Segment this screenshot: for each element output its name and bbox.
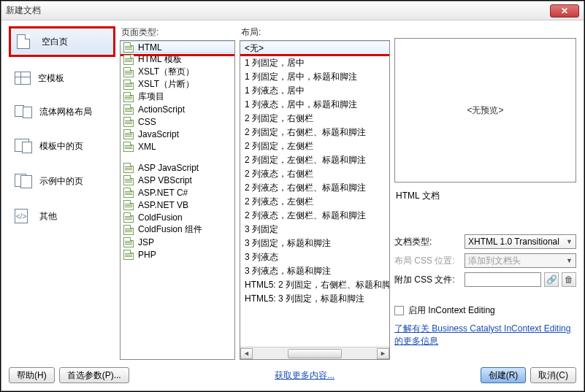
incontext-checkbox[interactable] bbox=[394, 306, 404, 315]
layout-item[interactable]: 2 列液态，右侧栏 bbox=[240, 167, 389, 181]
dialog-title: 新建文档 bbox=[6, 4, 41, 17]
sidebar-item-blank-template[interactable]: 空模板 bbox=[9, 66, 115, 91]
cancel-button[interactable]: 取消(C) bbox=[530, 367, 576, 383]
layout-item[interactable]: 1 列液态，居中 bbox=[240, 84, 389, 98]
layout-column: 布局: <无>1 列固定，居中1 列固定，居中，标题和脚注1 列液态，居中1 列… bbox=[240, 26, 390, 360]
csspos-label: 布局 CSS 位置: bbox=[394, 255, 462, 267]
layout-item[interactable]: 2 列液态，右侧栏、标题和脚注 bbox=[240, 181, 389, 195]
doctype-row: 文档类型: XHTML 1.0 Transitional ▼ bbox=[394, 234, 576, 249]
preview-text: <无预览> bbox=[467, 104, 503, 117]
scroll-right-button[interactable]: ► bbox=[377, 348, 389, 359]
layout-listbox[interactable]: <无>1 列固定，居中1 列固定，居中，标题和脚注1 列液态，居中1 列液态，居… bbox=[240, 40, 390, 360]
sidebar-item-fluid-grid[interactable]: 流体网格布局 bbox=[9, 99, 115, 124]
page-type-item[interactable]: XSLT（片断） bbox=[121, 78, 234, 91]
layout-item[interactable]: 3 列液态，标题和脚注 bbox=[240, 264, 389, 278]
file-icon bbox=[123, 42, 134, 53]
sidebar-item-blank-page[interactable]: 空白页 bbox=[9, 26, 115, 57]
layout-item[interactable]: 2 列固定，右侧栏、标题和脚注 bbox=[240, 126, 389, 139]
page-type-item[interactable]: ColdFusion bbox=[121, 211, 234, 223]
page-type-item[interactable]: 库项目 bbox=[121, 91, 234, 103]
layout-item[interactable]: 1 列液态，居中，标题和脚注 bbox=[240, 98, 389, 112]
file-icon bbox=[123, 129, 134, 139]
doctype-value: XHTML 1.0 Transitional bbox=[468, 237, 559, 247]
page-type-item[interactable]: PHP bbox=[121, 248, 234, 261]
layout-item[interactable]: 3 列固定 bbox=[240, 223, 389, 237]
link-css-button[interactable]: 🔗 bbox=[544, 272, 559, 287]
template-icon bbox=[15, 72, 31, 85]
remove-css-button[interactable]: 🗑 bbox=[562, 272, 576, 287]
page-type-item[interactable]: ActionScript bbox=[121, 103, 234, 115]
page-type-item[interactable]: XSLT（整页） bbox=[121, 66, 234, 78]
page-type-listbox[interactable]: HTMLHTML 模板XSLT（整页）XSLT（片断）库项目ActionScri… bbox=[120, 40, 235, 360]
page-type-item[interactable]: ColdFusion 组件 bbox=[121, 223, 234, 236]
incontext-learn-link[interactable]: 了解有关 Business Catalyst InContext Editing… bbox=[394, 323, 576, 347]
file-icon bbox=[123, 67, 134, 77]
sidebar-item-page-from-sample[interactable]: 示例中的页 bbox=[9, 168, 115, 194]
horizontal-scrollbar[interactable]: ◄ ► bbox=[240, 347, 389, 359]
page-type-item[interactable]: JavaScript bbox=[121, 128, 234, 140]
create-button[interactable]: 创建(R) bbox=[481, 367, 527, 383]
page-type-label: ASP VBScript bbox=[138, 175, 192, 185]
file-icon bbox=[123, 55, 134, 65]
dialog-footer: 帮助(H) 首选参数(P)... 获取更多内容... 创建(R) 取消(C) bbox=[9, 360, 576, 385]
csspos-value: 添加到文档头 bbox=[468, 255, 521, 267]
page-type-label: XSLT（整页） bbox=[138, 66, 194, 78]
layout-item[interactable]: 2 列液态，左侧栏 bbox=[240, 195, 389, 209]
page-type-item[interactable]: ASP.NET VB bbox=[121, 199, 234, 211]
sample-page-icon bbox=[15, 174, 32, 188]
sidebar-item-label: 空模板 bbox=[38, 72, 64, 85]
preview-pane: <无预览> bbox=[394, 38, 576, 182]
page-type-item[interactable]: CSS bbox=[121, 115, 234, 128]
page-type-item[interactable]: XML bbox=[121, 140, 234, 153]
scroll-thumb[interactable] bbox=[288, 349, 343, 358]
sidebar-item-label: 示例中的页 bbox=[39, 175, 83, 188]
file-icon bbox=[123, 80, 134, 90]
file-icon bbox=[123, 117, 134, 127]
layout-header: 布局: bbox=[240, 26, 390, 39]
page-type-label: ActionScript bbox=[138, 104, 185, 115]
sidebar-item-page-from-template[interactable]: 模板中的页 bbox=[9, 133, 115, 159]
page-type-label: 库项目 bbox=[138, 91, 164, 103]
incontext-row: 启用 InContext Editing bbox=[394, 304, 576, 317]
page-type-label: ASP.NET VB bbox=[138, 200, 188, 210]
layout-item[interactable]: 3 列固定，标题和脚注 bbox=[240, 237, 389, 250]
layout-item[interactable]: 2 列固定，右侧栏 bbox=[240, 112, 389, 126]
layout-item[interactable]: HTML5: 3 列固定，标题和脚注 bbox=[240, 292, 389, 306]
page-type-item[interactable]: JSP bbox=[121, 236, 234, 248]
layout-item[interactable]: 1 列固定，居中，标题和脚注 bbox=[240, 70, 389, 84]
page-type-item[interactable]: ASP VBScript bbox=[121, 174, 234, 186]
incontext-label: 启用 InContext Editing bbox=[408, 304, 495, 317]
link-icon: 🔗 bbox=[546, 274, 557, 285]
page-type-item[interactable]: HTML bbox=[121, 41, 234, 53]
page-type-label: ColdFusion bbox=[138, 212, 183, 223]
file-icon bbox=[123, 142, 134, 152]
sidebar-item-other[interactable]: </> 其他 bbox=[9, 203, 115, 229]
page-type-label: PHP bbox=[138, 250, 156, 260]
page-type-label: XML bbox=[138, 142, 156, 152]
file-icon bbox=[123, 188, 134, 198]
page-type-label: JSP bbox=[138, 237, 154, 247]
layout-item[interactable]: 2 列固定，左侧栏 bbox=[240, 139, 389, 153]
layout-item[interactable]: 1 列固定，居中 bbox=[240, 56, 389, 70]
layout-item[interactable]: 2 列液态，左侧栏、标题和脚注 bbox=[240, 209, 389, 223]
page-type-item[interactable]: ASP JavaScript bbox=[121, 161, 234, 174]
close-button[interactable]: ✕ bbox=[550, 4, 579, 18]
scroll-track[interactable] bbox=[253, 348, 377, 359]
page-type-item[interactable]: HTML 模板 bbox=[121, 53, 234, 66]
file-icon bbox=[123, 163, 134, 173]
preferences-button[interactable]: 首选参数(P)... bbox=[59, 367, 129, 383]
layout-item[interactable]: <无> bbox=[240, 41, 389, 56]
attach-css-label: 附加 CSS 文件: bbox=[394, 274, 462, 286]
page-type-label: CSS bbox=[138, 117, 156, 127]
layout-item[interactable]: 2 列固定，左侧栏、标题和脚注 bbox=[240, 153, 389, 167]
scroll-left-button[interactable]: ◄ bbox=[240, 348, 253, 359]
attach-css-input[interactable] bbox=[464, 272, 541, 287]
layout-item[interactable]: 3 列液态 bbox=[240, 250, 389, 264]
get-more-link[interactable]: 获取更多内容... bbox=[275, 370, 334, 380]
doctype-label: 文档类型: bbox=[394, 236, 462, 248]
layout-item[interactable]: HTML5: 2 列固定，右侧栏、标题和脚注 bbox=[240, 278, 389, 292]
doctype-select[interactable]: XHTML 1.0 Transitional ▼ bbox=[464, 234, 576, 249]
page-type-item[interactable]: ASP.NET C# bbox=[121, 186, 234, 199]
help-button[interactable]: 帮助(H) bbox=[9, 367, 55, 383]
page-type-column: 页面类型: HTMLHTML 模板XSLT（整页）XSLT（片断）库项目Acti… bbox=[120, 26, 235, 360]
